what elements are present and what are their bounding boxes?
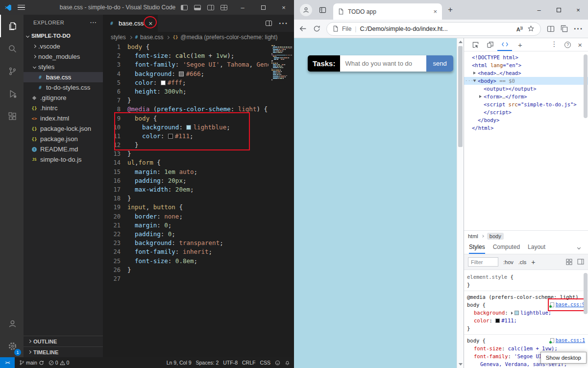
project-root[interactable]: SIMPLE-TO-DO <box>24 30 103 41</box>
devtools-close-icon[interactable]: × <box>578 41 582 49</box>
dom-node[interactable]: <script src="simple-to-do.js"> <box>464 100 588 108</box>
new-style-rule-icon[interactable]: + <box>531 258 535 266</box>
file-tree-item-package-lock.json[interactable]: {}package-lock.json <box>24 123 103 134</box>
file-tree-item-index.html[interactable]: <>index.html <box>24 113 103 123</box>
breadcrumb-item[interactable]: styles <box>111 34 126 41</box>
dom-node[interactable]: <!DOCTYPE html> <box>464 53 588 61</box>
computed-sidebar-icon[interactable] <box>577 259 584 265</box>
split-editor-icon[interactable] <box>266 21 272 26</box>
minimize-button[interactable]: – <box>529 0 549 20</box>
profile-avatar[interactable] <box>300 4 312 16</box>
hov-toggle[interactable]: :hov <box>503 259 514 265</box>
refresh-icon[interactable] <box>313 25 320 32</box>
minimize-button[interactable]: – <box>232 0 253 15</box>
scroll-down-icon[interactable] <box>459 363 463 366</box>
dom-node[interactable]: <output></output> <box>464 85 588 93</box>
branch-indicator[interactable]: main <box>19 360 44 366</box>
indentation[interactable]: Spaces: 2 <box>196 360 219 366</box>
maximize-button[interactable] <box>253 0 273 15</box>
file-tree-item-styles[interactable]: styles <box>24 62 103 72</box>
breadcrumb-item[interactable]: base.css <box>140 34 163 41</box>
eol[interactable]: CRLF <box>242 360 255 366</box>
tab-base-css[interactable]: # base.css × <box>103 15 158 32</box>
encoding[interactable]: UTF-8 <box>223 360 238 366</box>
address-bar[interactable]: File | C:/Demo/simple-to-do/index.ht... … <box>326 22 541 36</box>
toggle-sidebar-icon[interactable] <box>181 5 188 10</box>
browser-tab[interactable]: TODO app × <box>333 3 442 20</box>
url-text[interactable]: C:/Demo/simple-to-do/index.ht... <box>360 25 447 32</box>
devtools-menu-icon[interactable]: ··· <box>551 41 557 48</box>
settings-gear-icon[interactable]: 1 <box>0 335 24 357</box>
account-icon[interactable] <box>0 312 24 335</box>
toggle-secondary-sidebar-icon[interactable] <box>207 5 214 10</box>
toggle-panel-icon[interactable] <box>194 5 201 10</box>
bell-icon[interactable] <box>285 360 290 366</box>
css-declaration[interactable]: background: lightblue; <box>467 309 585 317</box>
scrollbar-thumb[interactable] <box>458 46 463 147</box>
dom-node[interactable]: </script> <box>464 108 588 116</box>
help-icon[interactable]: ? <box>564 42 571 48</box>
grid-settings-icon[interactable] <box>566 259 572 265</box>
collections-icon[interactable] <box>561 25 568 32</box>
send-button[interactable]: send <box>426 55 453 72</box>
styles-scrollbar-thumb[interactable] <box>584 273 588 314</box>
add-tool-icon[interactable]: + <box>518 41 522 49</box>
maximize-button[interactable] <box>549 0 568 20</box>
problems-indicator[interactable]: 0 0 <box>49 360 70 366</box>
file-tree-item-base.css[interactable]: #base.css <box>24 72 103 82</box>
file-tree-item-to-do-styles.css[interactable]: #to-do-styles.css <box>24 82 103 93</box>
dom-node[interactable]: <html lang="en"> <box>464 61 588 69</box>
code-editor[interactable]: 1body {2 font-size: calc(1em + 1vw);3 fo… <box>103 43 294 357</box>
scroll-up-icon[interactable] <box>459 41 463 43</box>
devtools-tab-layout[interactable]: Layout <box>528 241 545 254</box>
page-scrollbar[interactable] <box>457 38 464 368</box>
minimap[interactable] <box>269 43 294 357</box>
devtools-scrollbar-thumb[interactable] <box>584 54 588 118</box>
dom-node[interactable]: <form>…</form> <box>464 93 588 100</box>
file-tree-item-node_modules[interactable]: node_modules <box>24 51 103 62</box>
dom-node[interactable]: <head>…</head> <box>464 69 588 77</box>
language-mode[interactable]: CSS <box>260 360 270 366</box>
close-button[interactable]: × <box>273 0 294 15</box>
explorer-icon[interactable] <box>0 15 24 37</box>
device-emulation-icon[interactable] <box>483 38 497 51</box>
favorites-star-icon[interactable] <box>527 25 535 32</box>
show-desktop-tooltip[interactable]: Show desktop <box>540 352 587 364</box>
stylesheet-link[interactable]: base.css:1 <box>550 337 585 344</box>
tab-close-icon[interactable]: × <box>433 8 437 15</box>
breadcrumb-item[interactable]: @media (prefers-color-scheme: light) <box>180 34 277 41</box>
file-tree-item-simple-to-do.js[interactable]: JSsimple-to-do.js <box>24 154 103 165</box>
file-tree-item-package.json[interactable]: {}package.json <box>24 134 103 144</box>
extensions-icon[interactable] <box>0 105 24 127</box>
dom-breadcrumb-body[interactable]: body <box>487 233 504 240</box>
run-debug-icon[interactable] <box>0 82 24 105</box>
remote-indicator[interactable]: >< <box>0 357 15 368</box>
css-declaration[interactable]: font-size: calc(1em + 1vw); <box>467 344 585 352</box>
source-control-icon[interactable] <box>0 60 24 82</box>
back-icon[interactable] <box>299 25 307 33</box>
new-tab-button[interactable]: + <box>448 5 453 15</box>
close-button[interactable]: × <box>568 0 588 20</box>
menu-icon[interactable] <box>18 7 25 8</box>
file-tree-item-.hintrc[interactable]: {}.hintrc <box>24 103 103 113</box>
filter-input[interactable] <box>468 257 498 267</box>
file-tree-item-README.md[interactable]: iREADME.md <box>24 144 103 154</box>
inspect-icon[interactable] <box>468 38 483 51</box>
dom-node[interactable]: </body> <box>464 116 588 124</box>
section-timeline[interactable]: TIMELINE <box>24 346 103 357</box>
tab-actions-icon[interactable] <box>319 7 326 13</box>
stylesheet-link[interactable]: base.css:9 <box>550 301 585 309</box>
read-aloud-icon[interactable]: A)) <box>516 25 523 32</box>
cursor-position[interactable]: Ln 9, Col 9 <box>167 360 192 366</box>
css-declaration[interactable]: color: #111; <box>467 317 585 324</box>
feedback-icon[interactable] <box>275 360 280 366</box>
search-icon[interactable] <box>0 37 24 60</box>
explorer-more-icon[interactable]: ··· <box>90 20 97 25</box>
split-screen-icon[interactable] <box>547 25 555 32</box>
dom-node[interactable]: ···<body> == $0 <box>464 77 588 85</box>
editor-more-icon[interactable]: ··· <box>279 19 288 28</box>
dom-breadcrumb-html[interactable]: html <box>468 233 478 239</box>
browser-menu-icon[interactable]: ··· <box>574 25 583 33</box>
file-tree-item-.vscode[interactable]: .vscode <box>24 41 103 51</box>
elements-tab-icon[interactable] <box>497 38 512 51</box>
